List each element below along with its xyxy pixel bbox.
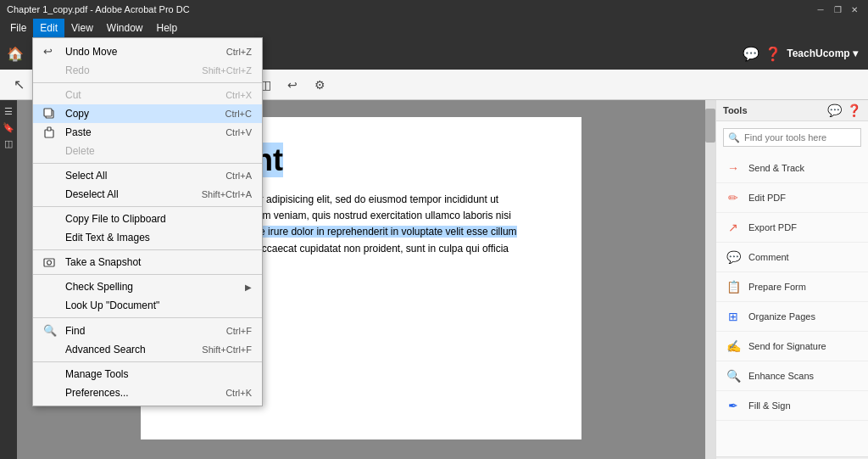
restore-button[interactable]: ❐ (831, 3, 844, 16)
send-signature-icon: ✍ (725, 338, 742, 355)
copy-file-label: Copy File to Clipboard (65, 213, 245, 225)
minimize-button[interactable]: ─ (814, 3, 827, 16)
send-track-label: Send & Track (748, 163, 804, 173)
delete-label: Delete (65, 145, 245, 157)
menu-item-look-up[interactable]: Look Up "Document" (33, 296, 262, 315)
menu-view[interactable]: View (64, 19, 100, 37)
export-pdf-icon: ↗ (725, 219, 742, 236)
menu-edit[interactable]: Edit (33, 19, 64, 37)
tool-enhance-scans[interactable]: 🔍 Enhance Scans (716, 361, 868, 391)
prepare-form-icon: 📋 (725, 278, 742, 295)
edit-text-label: Edit Text & Images (65, 232, 245, 243)
tool-export-pdf[interactable]: ↗ Export PDF (716, 213, 868, 243)
select-all-shortcut: Ctrl+A (225, 171, 252, 181)
undo-label: Undo Move (65, 46, 220, 58)
deselect-all-label: Deselect All (65, 188, 195, 200)
select-tool-button[interactable]: ↖ (7, 73, 31, 97)
edit-dropdown-menu: ↩ Undo Move Ctrl+Z Redo Shift+Ctrl+Z Cut… (32, 37, 263, 406)
close-button[interactable]: ✕ (848, 3, 861, 16)
redo-shortcut: Shift+Ctrl+Z (202, 65, 252, 76)
check-spelling-label: Check Spelling (65, 281, 238, 293)
separator-5 (33, 274, 262, 275)
tool-prepare-form[interactable]: 📋 Prepare Form (716, 272, 868, 302)
left-panel-icon-1[interactable]: ☰ (4, 106, 13, 117)
export-pdf-label: Export PDF (748, 222, 797, 232)
right-panel-title: Tools (723, 105, 748, 115)
cut-label: Cut (65, 89, 219, 101)
svg-rect-1 (44, 109, 52, 116)
tool-comment[interactable]: 💬 Comment (716, 243, 868, 272)
tools-button[interactable]: ⚙ (308, 73, 331, 97)
preferences-shortcut: Ctrl+K (225, 388, 252, 398)
menu-item-paste[interactable]: Paste Ctrl+V (33, 123, 262, 142)
menu-item-undo[interactable]: ↩ Undo Move Ctrl+Z (33, 42, 262, 61)
edit-pdf-icon: ✏ (725, 189, 742, 206)
right-panel-comment-icon[interactable]: 💬 (827, 104, 842, 117)
home-icon[interactable]: 🏠 (7, 46, 24, 62)
tool-send-track[interactable]: → Send & Track (716, 154, 868, 183)
advanced-search-shortcut: Shift+Ctrl+F (202, 344, 252, 355)
tool-edit-pdf[interactable]: ✏ Edit PDF (716, 183, 868, 213)
separator-3 (33, 206, 262, 207)
menu-item-find[interactable]: 🔍 Find Ctrl+F (33, 321, 262, 340)
menu-item-redo[interactable]: Redo Shift+Ctrl+Z (33, 61, 262, 80)
menu-item-select-all[interactable]: Select All Ctrl+A (33, 166, 262, 185)
select-all-label: Select All (65, 170, 219, 182)
enhance-scans-label: Enhance Scans (748, 371, 814, 381)
brand-label[interactable]: TeachUcomp ▾ (787, 48, 861, 59)
tool-fill-sign[interactable]: ✒ Fill & Sign (716, 391, 868, 421)
separator-6 (33, 317, 262, 318)
comment-tool-icon: 💬 (725, 249, 742, 266)
send-signature-label: Send for Signature (748, 341, 826, 351)
menu-item-cut[interactable]: Cut Ctrl+X (33, 86, 262, 104)
comment-icon[interactable]: 💬 (743, 46, 760, 62)
snapshot-label: Take a Snapshot (65, 256, 245, 268)
left-panel-icon-3[interactable]: ◫ (4, 138, 13, 149)
find-icon: 🔍 (43, 324, 60, 337)
edit-pdf-label: Edit PDF (748, 193, 786, 203)
vertical-scrollbar[interactable] (705, 100, 715, 459)
window-title: Chapter 1_copy.pdf - Adobe Acrobat Pro D… (7, 4, 190, 14)
left-panel-icon-2[interactable]: 🔖 (3, 122, 14, 133)
menu-item-check-spelling[interactable]: Check Spelling ▶ (33, 277, 262, 296)
fill-sign-label: Fill & Sign (748, 400, 791, 411)
menu-item-copy[interactable]: Copy Ctrl+C (33, 104, 262, 123)
menu-item-deselect-all[interactable]: Deselect All Shift+Ctrl+A (33, 185, 262, 204)
look-up-label: Look Up "Document" (65, 299, 245, 311)
tools-search-container: 🔍 (723, 128, 861, 147)
menu-help[interactable]: Help (150, 19, 185, 37)
separator-2 (33, 163, 262, 164)
send-track-icon: → (725, 160, 742, 176)
menu-item-delete[interactable]: Delete (33, 142, 262, 160)
menu-item-edit-text[interactable]: Edit Text & Images (33, 228, 262, 247)
paste-icon (43, 126, 60, 138)
rotate-button[interactable]: ↩ (281, 73, 304, 97)
advanced-search-label: Advanced Search (65, 344, 195, 355)
cut-shortcut: Ctrl+X (225, 90, 252, 100)
menu-item-advanced-search[interactable]: Advanced Search Shift+Ctrl+F (33, 340, 262, 359)
snapshot-icon (43, 256, 60, 268)
scroll-thumb[interactable] (705, 109, 715, 143)
organize-pages-label: Organize Pages (748, 311, 815, 322)
prepare-form-label: Prepare Form (748, 282, 806, 292)
right-panel: Tools 💬 ❓ 🔍 → Send & Track ✏ Edit PDF ↗ … (715, 100, 868, 459)
right-panel-header: Tools 💬 ❓ (716, 100, 868, 121)
redo-label: Redo (65, 64, 195, 76)
menu-item-preferences[interactable]: Preferences... Ctrl+K (33, 383, 262, 402)
menu-window[interactable]: Window (100, 19, 150, 37)
tool-organize-pages[interactable]: ⊞ Organize Pages (716, 302, 868, 332)
menu-item-snapshot[interactable]: Take a Snapshot (33, 253, 262, 271)
comment-label: Comment (748, 252, 789, 262)
menu-item-manage-tools[interactable]: Manage Tools (33, 365, 262, 383)
right-panel-help-icon[interactable]: ❓ (847, 104, 861, 117)
menu-bar: File Edit View Window Help (0, 19, 868, 37)
undo-shortcut: Ctrl+Z (226, 47, 252, 57)
menu-file[interactable]: File (3, 19, 33, 37)
svg-rect-4 (44, 259, 54, 266)
help-icon[interactable]: ❓ (765, 46, 782, 62)
tools-search-input[interactable] (723, 128, 861, 147)
right-panel-icon-group: 💬 ❓ (827, 104, 861, 117)
menu-item-copy-file[interactable]: Copy File to Clipboard (33, 210, 262, 228)
tool-send-signature[interactable]: ✍ Send for Signature (716, 332, 868, 361)
svg-rect-3 (47, 127, 51, 131)
